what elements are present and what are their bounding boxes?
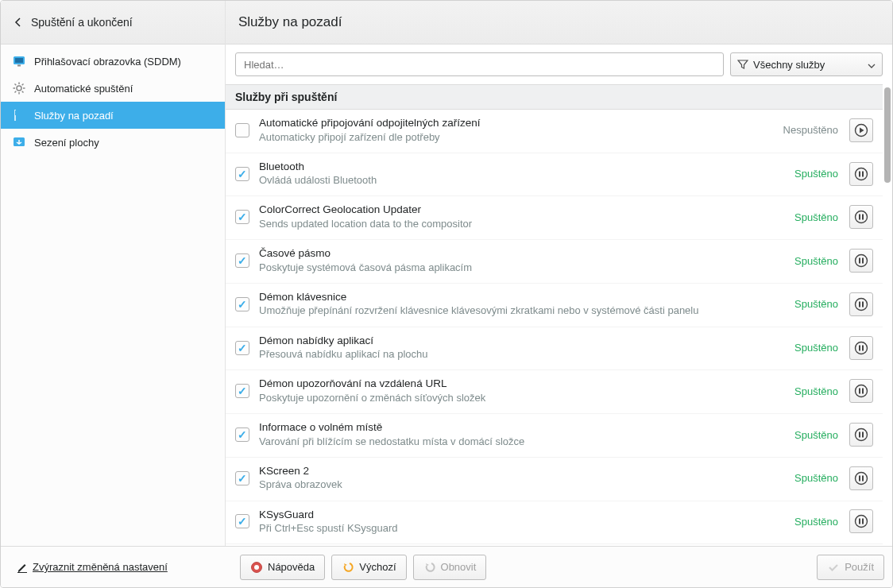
pause-button[interactable] (849, 509, 873, 533)
service-checkbox[interactable] (235, 297, 249, 311)
main-area: Služby na pozadí Všechny služby Služby p… (226, 1, 892, 546)
content-scroll[interactable]: Služby při spuštění Automatické připojov… (226, 84, 892, 546)
pause-button[interactable] (849, 379, 873, 403)
sidebar-item-label: Služby na pozadí (34, 110, 114, 122)
svg-point-39 (856, 516, 868, 528)
gear-icon (12, 81, 26, 95)
sidebar-item-label: Automatické spuštění (34, 83, 133, 95)
pause-icon (854, 167, 868, 181)
scrollbar-thumb[interactable] (884, 87, 891, 183)
service-description: Správa obrazovek (259, 478, 785, 492)
service-title: Časové pásmo (259, 246, 785, 261)
help-button[interactable]: Nápověda (240, 555, 325, 580)
service-checkbox[interactable] (235, 123, 249, 137)
pause-button[interactable] (849, 423, 873, 447)
pause-button[interactable] (849, 466, 873, 490)
service-list: Automatické připojování odpojitelných za… (226, 110, 883, 546)
scrollbar[interactable] (883, 84, 892, 546)
svg-rect-31 (859, 389, 860, 394)
svg-line-9 (22, 91, 24, 93)
service-description: Poskytuje upozornění o změnách síťových … (259, 391, 785, 405)
pause-icon (854, 384, 868, 398)
service-title: Informace o volném místě (259, 420, 785, 435)
page-title: Služby na pozadí (238, 14, 342, 30)
service-text: Démon nabídky aplikacíPřesouvá nabídku a… (259, 334, 785, 362)
service-row: Démon upozorňování na vzdálená URLPoskyt… (226, 370, 883, 414)
pause-icon (854, 341, 868, 355)
service-description: Sends updated location data to the compo… (259, 217, 785, 231)
svg-rect-16 (859, 171, 860, 176)
sidebar-item-0[interactable]: Přihlašovací obrazovka (SDDM) (1, 48, 225, 75)
svg-point-33 (856, 429, 868, 441)
sidebar-item-1[interactable]: Automatické spuštění (1, 75, 225, 102)
svg-rect-23 (862, 258, 864, 264)
highlight-changed-link[interactable]: Zvýraznit změněná nastavení (17, 561, 234, 573)
svg-rect-19 (859, 215, 860, 220)
pause-icon (854, 210, 868, 224)
svg-point-21 (856, 255, 868, 267)
service-row: Automatické připojování odpojitelných za… (226, 110, 883, 153)
svg-rect-20 (862, 215, 864, 220)
sidebar-list: Přihlašovací obrazovka (SDDM)Automatické… (1, 44, 225, 156)
service-checkbox[interactable] (235, 427, 249, 442)
svg-line-11 (22, 84, 24, 86)
service-title: KSysGuard (259, 508, 785, 522)
svg-rect-25 (859, 301, 860, 307)
pause-button[interactable] (849, 336, 873, 360)
service-status: Spuštěno (794, 342, 838, 354)
funnel-icon (737, 59, 748, 70)
svg-rect-40 (859, 519, 860, 524)
svg-rect-29 (862, 345, 864, 350)
sidebar-item-3[interactable]: Sezení plochy (1, 129, 225, 156)
service-checkbox[interactable] (235, 471, 249, 485)
service-title: Démon nabídky aplikací (259, 334, 785, 348)
svg-point-36 (856, 472, 868, 484)
defaults-button[interactable]: Výchozí (331, 555, 406, 580)
filter-label: Všechny služby (753, 59, 825, 71)
apply-button[interactable]: Použít (817, 555, 884, 580)
service-description: Ovládá události Bluetooth (259, 173, 785, 188)
play-button[interactable] (849, 118, 873, 142)
service-checkbox[interactable] (235, 253, 249, 268)
reset-button[interactable]: Obnovit (413, 555, 487, 580)
pause-button[interactable] (849, 292, 873, 316)
service-row: Časové pásmoPoskytuje systémová časová p… (226, 240, 883, 284)
svg-point-50 (254, 565, 259, 570)
svg-point-3 (17, 86, 21, 91)
service-text: Automatické připojování odpojitelných za… (259, 116, 774, 145)
pause-button[interactable] (849, 249, 873, 273)
service-title: Bluetooth (259, 160, 785, 174)
flag-icon (12, 108, 26, 122)
svg-line-10 (15, 91, 17, 93)
service-checkbox[interactable] (235, 167, 249, 181)
service-status: Spuštěno (794, 168, 838, 180)
service-text: Informace o volném místěVarování při blí… (259, 420, 785, 449)
search-input[interactable] (235, 52, 724, 76)
service-status: Spuštěno (794, 516, 838, 528)
service-status: Spuštěno (794, 255, 838, 267)
svg-point-24 (856, 298, 868, 310)
check-icon (827, 561, 840, 574)
toolbar: Všechny služby (226, 44, 892, 84)
service-text: Démon klávesniceUmožňuje přepínání rozvr… (259, 290, 785, 319)
sidebar-header[interactable]: Spuštění a ukončení (1, 1, 225, 44)
svg-rect-41 (862, 519, 864, 524)
pause-button[interactable] (849, 205, 873, 229)
sidebar-item-2[interactable]: Služby na pozadí (1, 102, 225, 129)
service-checkbox[interactable] (235, 514, 249, 528)
service-title: Démon klávesnice (259, 290, 785, 304)
svg-point-18 (856, 211, 868, 223)
svg-line-8 (15, 84, 17, 86)
filter-select[interactable]: Všechny služby (730, 52, 883, 76)
service-checkbox[interactable] (235, 341, 249, 355)
service-status: Spuštěno (794, 472, 838, 484)
service-row: KSysGuardPři Ctrl+Esc spustí KSysguardSp… (226, 501, 883, 545)
service-checkbox[interactable] (235, 384, 249, 398)
service-status: Spuštěno (794, 211, 838, 223)
service-text: BluetoothOvládá události Bluetooth (259, 160, 785, 188)
service-description: Poskytuje systémová časová pásma aplikac… (259, 261, 785, 275)
service-checkbox[interactable] (235, 210, 249, 224)
pause-button[interactable] (849, 162, 873, 186)
service-status: Spuštěno (794, 298, 838, 310)
service-text: KSysGuardPři Ctrl+Esc spustí KSysguard (259, 508, 785, 536)
